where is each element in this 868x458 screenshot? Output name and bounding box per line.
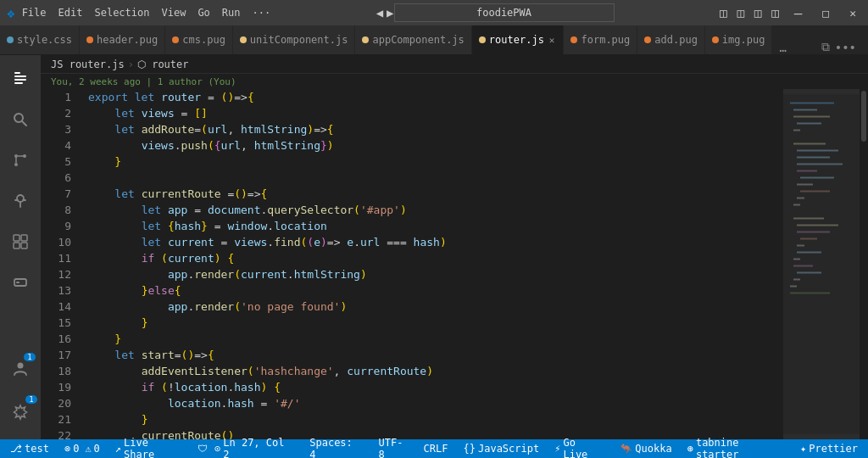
status-prettier[interactable]: ✦ Prettier [797, 439, 861, 458]
panel-icon[interactable]: ◫ [754, 6, 761, 20]
line-num-18: 18 [41, 363, 81, 379]
activity-debug[interactable] [0, 181, 41, 221]
tab-label: unitComponent.js [250, 34, 348, 46]
svg-rect-3 [14, 82, 23, 84]
code-editor[interactable]: 1 2 3 4 5 6 7 8 9 10 11 12 13 14 15 16 1… [41, 89, 868, 439]
error-icon: ⊗ [64, 443, 70, 455]
scrollbar-thumb [861, 91, 866, 142]
nav-back[interactable]: ◀ [376, 6, 383, 20]
code-line-12: app.render(current.htmlString) [88, 266, 783, 282]
line-num-2: 2 [41, 105, 81, 121]
code-line-15: } [88, 315, 783, 331]
status-tabnine[interactable]: ⊛ tabnine starter [684, 439, 788, 458]
svg-rect-2 [14, 79, 26, 81]
title-bar: ❖ File Edit Selection View Go Run ··· ◀ … [0, 0, 868, 25]
status-live-share[interactable]: ↗ Live Share [112, 439, 186, 458]
tab-add-pug[interactable]: add.pug [637, 25, 705, 54]
tab-img-pug[interactable]: img.pug [705, 25, 773, 54]
line-num-6: 6 [41, 170, 81, 186]
search-container[interactable] [394, 3, 615, 22]
breadcrumb-symbol: ⬡ router [137, 59, 189, 70]
minimize-button[interactable]: ‒ [789, 5, 808, 21]
menu-view[interactable]: View [161, 7, 186, 19]
status-shield[interactable]: 🛡 [194, 439, 211, 458]
tab-style-css[interactable]: style.css [0, 25, 80, 54]
menu-run[interactable]: Run [222, 7, 241, 19]
tab-form-pug[interactable]: form.pug [564, 25, 637, 54]
breadcrumb-sep: › [128, 59, 134, 70]
tab-label: style.css [17, 34, 72, 46]
status-bar-left: ⎇ test ⊗ 0 ⚠ 0 ↗ Live Share 🛡 [7, 439, 211, 458]
tab-header-pug[interactable]: header.pug [80, 25, 165, 54]
line-num-19: 19 [41, 379, 81, 395]
restore-button[interactable]: □ [817, 7, 834, 20]
tab-unitcomponent-js[interactable]: unitComponent.js [233, 25, 356, 54]
activity-explorer[interactable] [0, 59, 41, 99]
tab-cms-pug[interactable]: cms.pug [165, 25, 233, 54]
status-spaces[interactable]: Spaces: 4 [306, 439, 366, 458]
code-line-6 [88, 170, 783, 186]
title-bar-right: ◫ ◫ ◫ ◫ ‒ □ ✕ [720, 5, 861, 21]
tab-router-js[interactable]: router.js ✕ [472, 25, 565, 54]
live-share-label: Live Share [124, 437, 182, 458]
branch-name: test [25, 443, 49, 455]
line-num-21: 21 [41, 411, 81, 427]
go-live-text: Go Live [563, 437, 604, 458]
status-errors[interactable]: ⊗ 0 ⚠ 0 [61, 439, 103, 458]
search-input[interactable] [394, 3, 615, 22]
tabs-overflow-button[interactable]: … [772, 41, 793, 54]
vertical-scrollbar[interactable] [860, 89, 868, 439]
nav-forward[interactable]: ▶ [387, 6, 393, 20]
tab-appcomponent-js[interactable]: appComponent.js [355, 25, 471, 54]
tab-bar-actions: ⧉ ••• [793, 40, 868, 54]
code-line-20: location.hash = '#/' [88, 395, 783, 411]
js-dot-icon [362, 36, 369, 43]
language-text: JavaScript [478, 443, 539, 455]
svg-line-5 [22, 121, 26, 126]
tab-label: cms.pug [182, 34, 225, 46]
menu-go[interactable]: Go [198, 7, 209, 19]
code-line-19: if (!location.hash) { [88, 379, 783, 395]
pug-dot-icon [570, 36, 577, 43]
close-button[interactable]: ✕ [844, 7, 861, 20]
code-line-3: let addRoute=(url, htmlString)=>{ [88, 121, 783, 137]
activity-account[interactable]: 1 [0, 348, 41, 388]
breadcrumb: JS router.js › ⬡ router [41, 55, 868, 74]
status-encoding[interactable]: UTF-8 [375, 439, 411, 458]
menu-selection[interactable]: Selection [94, 7, 149, 19]
tabnine-text: tabnine starter [696, 437, 785, 458]
split-editor-button[interactable]: ⧉ [821, 40, 830, 54]
status-language[interactable]: {} JavaScript [460, 439, 543, 458]
svg-rect-13 [21, 243, 27, 249]
activity-source-control[interactable] [0, 140, 41, 181]
activity-settings[interactable]: 1 [0, 392, 41, 433]
code-content[interactable]: export let router = ()=>{ let views = []… [81, 89, 783, 439]
line-ending-text: CRLF [424, 443, 448, 455]
editor-layout: 1 1 JS router.js › ⬡ router You, 2 weeks… [0, 55, 868, 439]
status-position[interactable]: ⊙ Ln 27, Col 2 [211, 439, 298, 458]
menu-edit[interactable]: Edit [58, 7, 83, 19]
custom-icon[interactable]: ◫ [771, 6, 778, 20]
code-line-14: app.render('no page found') [88, 299, 783, 315]
line-num-12: 12 [41, 266, 81, 282]
tab-label: router.js [489, 34, 544, 46]
menu-file[interactable]: File [22, 7, 47, 19]
split-icon[interactable]: ◫ [737, 6, 743, 20]
svg-point-16 [18, 363, 24, 369]
activity-extensions[interactable] [0, 221, 41, 262]
activity-remote[interactable] [0, 262, 41, 303]
more-actions-button[interactable]: ••• [835, 41, 856, 54]
menu-more[interactable]: ··· [253, 7, 271, 19]
encoding-text: UTF-8 [378, 437, 408, 458]
pug-dot-icon [712, 36, 719, 43]
status-branch[interactable]: ⎇ test [7, 439, 53, 458]
go-live-icon: ⚡ [554, 443, 560, 455]
status-go-live[interactable]: ⚡ Go Live [551, 439, 608, 458]
activity-search[interactable] [0, 99, 41, 140]
tab-close-button[interactable]: ✕ [548, 34, 557, 47]
code-line-22: currentRoute() [88, 427, 783, 439]
line-num-3: 3 [41, 121, 81, 137]
status-line-ending[interactable]: CRLF [420, 439, 452, 458]
layout-icon[interactable]: ◫ [720, 6, 726, 20]
status-quokka[interactable]: 🦘 Quokka [616, 439, 675, 458]
